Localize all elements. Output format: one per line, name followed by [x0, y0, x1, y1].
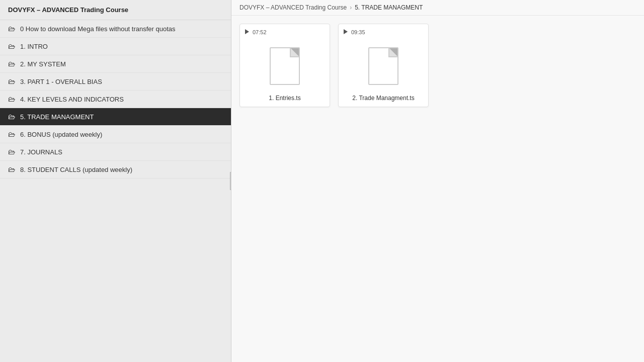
folder-icon: 🗁 — [8, 25, 15, 33]
breadcrumb-separator: › — [350, 4, 352, 11]
sidebar-item-item-8[interactable]: 🗁8. STUDENT CALLS (updated weekly) — [0, 161, 231, 178]
sidebar-item-item-6[interactable]: 🗁6. BONUS (updated weekly) — [0, 126, 231, 143]
course-title: DOVYFX – ADVANCED Trading Course — [0, 0, 231, 20]
folder-icon: 🗁 — [8, 165, 15, 173]
sidebar-item-label: 6. BONUS (updated weekly) — [20, 131, 102, 138]
sidebar-item-item-7[interactable]: 🗁7. JOURNALS — [0, 143, 231, 161]
breadcrumb-current: 5. TRADE MANAGMENT — [355, 4, 423, 11]
folder-icon: 🗁 — [8, 60, 15, 68]
folder-icon: 🗁 — [8, 42, 15, 50]
sidebar-item-label: 3. PART 1 - OVERALL BIAS — [20, 78, 102, 85]
sidebar-item-label: 2. MY SYSTEM — [20, 60, 66, 68]
sidebar-item-item-5[interactable]: 🗁5. TRADE MANAGMENT — [0, 108, 231, 126]
file-card-file-1[interactable]: 07:521. Entries.ts — [239, 24, 330, 107]
file-card-file-2[interactable]: 09:352. Trade Managment.ts — [338, 24, 429, 107]
sidebar-item-label: 5. TRADE MANAGMENT — [20, 113, 94, 121]
sidebar-item-item-4[interactable]: 🗁4. KEY LEVELS AND INDICATORS — [0, 90, 231, 108]
sidebar-item-item-0[interactable]: 🗁0 How to download Mega files without tr… — [0, 20, 231, 38]
folder-icon: 🗁 — [8, 77, 15, 85]
file-duration: 09:35 — [351, 29, 365, 35]
sidebar-item-label: 4. KEY LEVELS AND INDICATORS — [20, 96, 124, 103]
sidebar-items-list: 🗁0 How to download Mega files without tr… — [0, 20, 231, 178]
file-document-icon — [270, 47, 300, 85]
sidebar-item-item-1[interactable]: 🗁1. INTRO — [0, 38, 231, 55]
file-icon-container — [363, 43, 404, 88]
file-icon-container — [265, 43, 305, 88]
file-card-header: 09:35 — [344, 29, 423, 35]
play-triangle-icon — [344, 29, 348, 34]
sidebar: DOVYFX – ADVANCED Trading Course 🗁0 How … — [0, 0, 231, 362]
sidebar-item-item-3[interactable]: 🗁3. PART 1 - OVERALL BIAS — [0, 73, 231, 90]
folder-icon: 🗁 — [8, 148, 15, 156]
main-content: DOVYFX – ADVANCED Trading Course › 5. TR… — [231, 0, 644, 362]
breadcrumb: DOVYFX – ADVANCED Trading Course › 5. TR… — [231, 0, 644, 16]
breadcrumb-root[interactable]: DOVYFX – ADVANCED Trading Course — [239, 4, 347, 11]
content-area: 07:521. Entries.ts09:352. Trade Managmen… — [231, 16, 644, 362]
file-document-icon — [368, 47, 398, 85]
folder-icon: 🗁 — [8, 95, 15, 103]
play-icon — [245, 29, 251, 35]
sidebar-item-label: 7. JOURNALS — [20, 148, 62, 156]
sidebar-item-label: 0 How to download Mega files without tra… — [20, 25, 176, 33]
folder-icon: 🗁 — [8, 130, 15, 138]
file-name: 2. Trade Managment.ts — [352, 95, 414, 102]
file-name: 1. Entries.ts — [269, 95, 300, 102]
folder-icon: 🗁 — [8, 113, 15, 121]
collapse-sidebar-button[interactable]: << — [230, 172, 231, 190]
sidebar-item-label: 1. INTRO — [20, 43, 48, 50]
sidebar-item-item-2[interactable]: 🗁2. MY SYSTEM — [0, 55, 231, 73]
play-icon — [344, 29, 349, 35]
file-duration: 07:52 — [253, 29, 267, 35]
sidebar-item-label: 8. STUDENT CALLS (updated weekly) — [20, 166, 132, 173]
play-triangle-icon — [245, 29, 249, 34]
file-card-header: 07:52 — [245, 29, 325, 35]
